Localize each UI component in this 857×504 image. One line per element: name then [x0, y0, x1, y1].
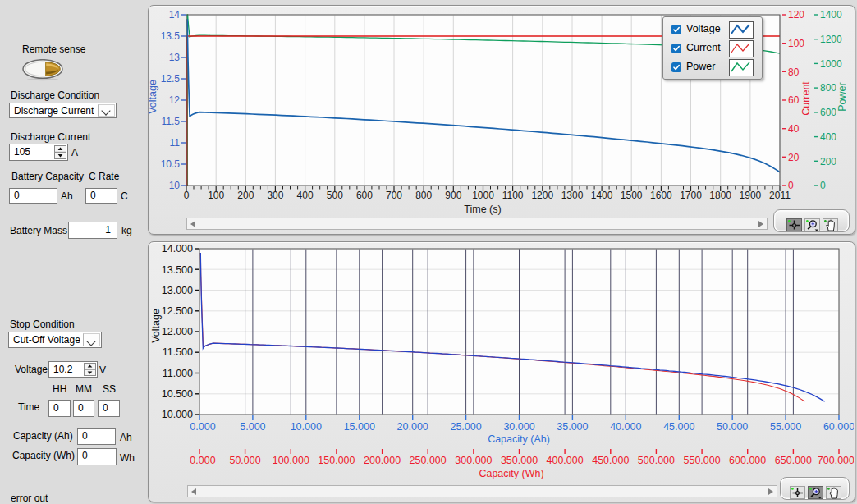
svg-text:200: 200 — [820, 156, 836, 167]
svg-text:100: 100 — [788, 38, 804, 49]
svg-text:0: 0 — [184, 190, 190, 201]
svg-text:0.000: 0.000 — [190, 421, 215, 433]
svg-text:0: 0 — [788, 180, 794, 191]
svg-text:12: 12 — [169, 94, 181, 106]
svg-text:500.000: 500.000 — [638, 455, 675, 466]
svg-text:60.000: 60.000 — [823, 421, 854, 433]
svg-text:1200: 1200 — [531, 190, 553, 201]
svg-text:80: 80 — [788, 66, 800, 78]
svg-text:13.000: 13.000 — [162, 285, 193, 296]
svg-text:10.000: 10.000 — [162, 409, 193, 420]
svg-text:120: 120 — [788, 9, 804, 21]
svg-text:300: 300 — [267, 190, 283, 201]
svg-text:1900: 1900 — [740, 190, 762, 201]
svg-text:10: 10 — [169, 180, 181, 191]
svg-text:20: 20 — [788, 152, 800, 163]
svg-text:11.500: 11.500 — [163, 346, 193, 358]
svg-text:10.500: 10.500 — [162, 388, 193, 400]
svg-text:35.000: 35.000 — [557, 421, 588, 433]
svg-text:12.500: 12.500 — [162, 305, 193, 317]
svg-text:40.000: 40.000 — [610, 421, 641, 433]
svg-text:1500: 1500 — [621, 190, 643, 201]
svg-text:Voltage: Voltage — [148, 80, 158, 114]
svg-text:650.000: 650.000 — [775, 455, 812, 466]
svg-text:150.000: 150.000 — [318, 455, 355, 466]
svg-text:40: 40 — [788, 123, 800, 135]
svg-text:0.000: 0.000 — [190, 455, 215, 466]
svg-text:600: 600 — [820, 107, 836, 118]
svg-text:1600: 1600 — [650, 190, 672, 201]
svg-text:1700: 1700 — [680, 190, 702, 201]
svg-text:5.000: 5.000 — [240, 421, 265, 433]
svg-text:900: 900 — [445, 190, 461, 201]
svg-text:500: 500 — [327, 190, 343, 201]
svg-text:100.000: 100.000 — [273, 455, 309, 466]
svg-text:1300: 1300 — [561, 190, 584, 201]
svg-text:100: 100 — [208, 190, 224, 201]
svg-text:400: 400 — [820, 131, 836, 143]
svg-text:600.000: 600.000 — [729, 455, 766, 466]
svg-text:1400: 1400 — [591, 190, 613, 201]
svg-text:11: 11 — [170, 137, 181, 149]
svg-text:Voltage: Voltage — [150, 309, 162, 343]
svg-text:0: 0 — [820, 180, 826, 191]
svg-text:300.000: 300.000 — [455, 455, 492, 466]
svg-text:Power: Power — [836, 82, 848, 111]
svg-text:1000: 1000 — [472, 190, 494, 201]
svg-text:1400: 1400 — [820, 9, 842, 21]
svg-text:60: 60 — [788, 94, 800, 106]
svg-text:600: 600 — [356, 190, 373, 201]
svg-text:200: 200 — [237, 190, 254, 201]
svg-text:13.500: 13.500 — [162, 264, 193, 276]
svg-text:450.000: 450.000 — [592, 455, 629, 466]
svg-text:50.000: 50.000 — [229, 455, 260, 466]
svg-text:400: 400 — [297, 190, 314, 201]
svg-text:50.000: 50.000 — [717, 421, 748, 433]
svg-text:550.000: 550.000 — [684, 455, 721, 466]
svg-text:10.5: 10.5 — [161, 158, 181, 170]
svg-text:1200: 1200 — [820, 34, 842, 45]
svg-text:200.000: 200.000 — [364, 455, 401, 466]
svg-text:15.000: 15.000 — [344, 421, 375, 433]
svg-text:Capacity (Wh): Capacity (Wh) — [479, 468, 543, 479]
svg-text:11.5: 11.5 — [162, 116, 181, 127]
svg-text:700: 700 — [386, 190, 402, 201]
svg-text:11.000: 11.000 — [163, 368, 193, 379]
svg-text:13.5: 13.5 — [161, 30, 181, 42]
svg-text:14.000: 14.000 — [162, 243, 193, 254]
svg-text:Time (s): Time (s) — [464, 204, 501, 215]
svg-text:25.000: 25.000 — [450, 421, 481, 433]
svg-text:55.000: 55.000 — [770, 421, 801, 433]
svg-text:20.000: 20.000 — [397, 421, 428, 433]
svg-text:12.5: 12.5 — [161, 73, 181, 85]
svg-text:Current: Current — [800, 81, 812, 116]
svg-text:400.000: 400.000 — [547, 455, 584, 466]
svg-text:12.000: 12.000 — [162, 326, 193, 337]
svg-text:13: 13 — [169, 52, 181, 63]
svg-text:800: 800 — [820, 82, 836, 94]
svg-text:250.000: 250.000 — [410, 455, 447, 466]
svg-text:1100: 1100 — [502, 190, 524, 201]
svg-text:30.000: 30.000 — [503, 421, 534, 433]
svg-text:45.000: 45.000 — [663, 421, 694, 433]
svg-text:800: 800 — [415, 190, 432, 201]
svg-text:1000: 1000 — [820, 58, 842, 70]
svg-text:10.000: 10.000 — [291, 421, 322, 433]
svg-text:1800: 1800 — [709, 190, 731, 201]
svg-text:Capacity (Ah): Capacity (Ah) — [488, 433, 550, 445]
svg-text:350.000: 350.000 — [501, 455, 538, 466]
svg-text:700.000: 700.000 — [818, 455, 854, 466]
svg-text:14: 14 — [169, 9, 181, 21]
